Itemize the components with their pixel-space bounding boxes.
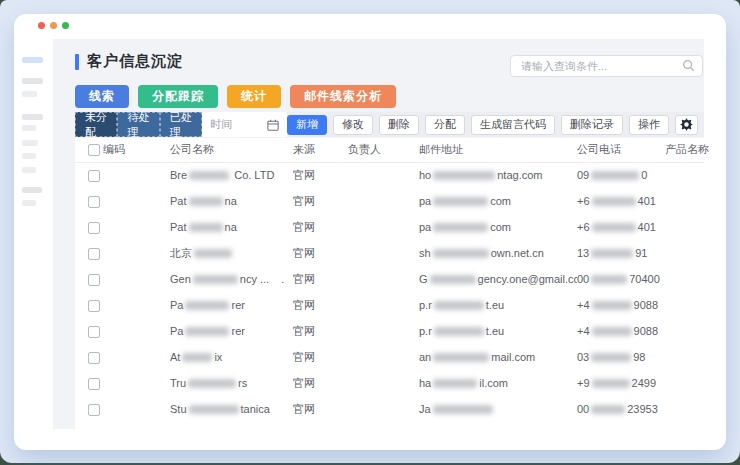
tab-processed[interactable]: 已处理 (160, 112, 202, 137)
redacted-text (182, 353, 212, 362)
search-input[interactable] (510, 55, 703, 77)
row-checkbox[interactable] (88, 248, 100, 260)
delete-button[interactable]: 删除 (379, 115, 419, 135)
cell-source: 官网 (293, 188, 348, 214)
cell-company: Atix (170, 344, 293, 370)
cell-owner (348, 240, 419, 266)
redacted-text (433, 197, 488, 206)
email-lead-analysis-button[interactable]: 邮件线索分析 (290, 85, 396, 108)
row-checkbox[interactable] (88, 352, 100, 364)
edit-button[interactable]: 修改 (333, 115, 373, 135)
filter-group: 未分配待处理已处理 时间 (75, 112, 287, 137)
stats-button[interactable]: 统计 (227, 85, 281, 108)
redacted-text (434, 301, 484, 310)
redacted-text (433, 171, 495, 180)
search-box (510, 55, 703, 77)
cell-source: 官网 (293, 292, 348, 318)
cell-product (665, 396, 704, 422)
sidebar-item[interactable] (22, 140, 38, 146)
cell-code (103, 318, 170, 344)
row-checkbox[interactable] (88, 222, 100, 234)
nav-button-row: 线索分配跟踪统计邮件线索分析 (75, 85, 396, 108)
cell-code (103, 162, 170, 188)
cell-email: pacom (419, 214, 577, 240)
redacted-text (189, 223, 223, 232)
row-checkbox[interactable] (88, 300, 100, 312)
delete-record-button[interactable]: 删除记录 (561, 115, 623, 135)
cell-phone: +49088 (577, 292, 665, 318)
action-button-group: 新增修改删除分配生成留言代码删除记录操作 (287, 115, 704, 135)
toolbar: 未分配待处理已处理 时间 新增修改删除分配生成留言代码删除记录操作 (75, 112, 704, 137)
sidebar-item[interactable] (22, 78, 43, 84)
cell-source: 官网 (293, 214, 348, 240)
cell-source: 官网 (293, 344, 348, 370)
cell-code (103, 188, 170, 214)
redacted-text (591, 353, 631, 362)
cell-email: hontag.com (419, 162, 577, 188)
row-checkbox[interactable] (88, 326, 100, 338)
redacted-text (433, 379, 477, 388)
sidebar (14, 14, 53, 450)
operate-button[interactable]: 操作 (629, 115, 669, 135)
cell-owner (348, 162, 419, 188)
leads-button[interactable]: 线索 (75, 85, 129, 108)
redacted-text (433, 353, 489, 362)
settings-button[interactable] (675, 115, 698, 135)
sidebar-item[interactable] (22, 153, 36, 159)
sidebar-item-active[interactable] (22, 57, 43, 63)
sidebar-item[interactable] (22, 200, 36, 206)
cell-source: 官网 (293, 396, 348, 422)
select-all-checkbox[interactable] (88, 144, 100, 156)
cell-company: Genncy ... . (170, 266, 293, 292)
redacted-text (194, 249, 232, 258)
tab-unassigned[interactable]: 未分配 (75, 112, 117, 137)
redacted-text (434, 327, 484, 336)
date-placeholder: 时间 (210, 117, 232, 132)
column-header: 公司电话 (577, 138, 665, 162)
sidebar-item[interactable] (22, 187, 42, 193)
cell-code (103, 370, 170, 396)
cell-company: Parer (170, 318, 293, 344)
cell-code (103, 240, 170, 266)
sidebar-item[interactable] (22, 114, 43, 120)
cell-email: Ja (419, 396, 577, 422)
assign-button[interactable]: 分配 (425, 115, 465, 135)
redacted-text (433, 405, 493, 414)
cell-product (665, 188, 704, 214)
generate-message-code-button[interactable]: 生成留言代码 (471, 115, 555, 135)
cell-phone: 0070400 (577, 266, 665, 292)
cell-company: Patna (170, 188, 293, 214)
maximize-button[interactable] (62, 22, 69, 29)
tab-pending[interactable]: 待处理 (117, 112, 159, 137)
column-header: 负责人 (348, 138, 419, 162)
row-checkbox[interactable] (88, 378, 100, 390)
assign-track-button[interactable]: 分配跟踪 (138, 85, 218, 108)
sidebar-item[interactable] (22, 125, 36, 131)
redacted-text (591, 171, 639, 180)
cell-company: Stutanica (170, 396, 293, 422)
calendar-icon (267, 119, 279, 131)
date-filter-input[interactable]: 时间 (202, 112, 287, 137)
redacted-text (592, 197, 636, 206)
row-checkbox[interactable] (88, 404, 100, 416)
add-button[interactable]: 新增 (287, 115, 327, 135)
redacted-text (189, 197, 223, 206)
table-row: Atix官网anmail.com0398 (75, 344, 704, 370)
cell-email: anmail.com (419, 344, 577, 370)
table-row: Stutanica官网Ja0023953 (75, 396, 704, 422)
status-tabs: 未分配待处理已处理 (75, 112, 202, 137)
cell-company: 北京 (170, 240, 293, 266)
table-row: Parer官网p.rt.eu+49088 (75, 292, 704, 318)
redacted-text (433, 223, 488, 232)
cell-product (665, 344, 704, 370)
row-checkbox[interactable] (88, 196, 100, 208)
sidebar-item[interactable] (22, 167, 36, 173)
cell-product (665, 292, 704, 318)
sidebar-item[interactable] (22, 91, 37, 97)
cell-owner (348, 370, 419, 396)
column-header: 产品名称 (665, 138, 704, 162)
cell-owner (348, 188, 419, 214)
row-checkbox[interactable] (88, 274, 100, 286)
redacted-text (592, 223, 636, 232)
row-checkbox[interactable] (88, 170, 100, 182)
